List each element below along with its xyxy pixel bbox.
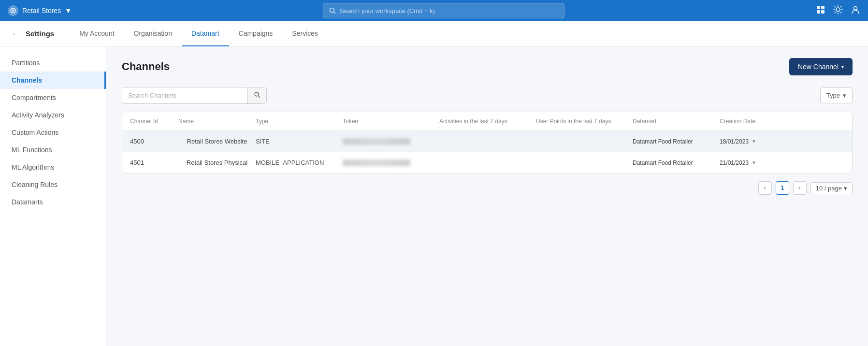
svg-line-3 (334, 12, 336, 14)
sidebar-item-channels[interactable]: Channels (0, 72, 106, 89)
tab-campaigns[interactable]: Campaigns (229, 21, 283, 46)
row2-token-blurred (343, 159, 410, 166)
table-row[interactable]: 4501 Retail Stores Physical MOBILE_APPLI… (122, 152, 852, 173)
global-search[interactable] (323, 3, 564, 18)
col-name: Name (178, 118, 256, 125)
row2-token (343, 159, 439, 166)
tab-organisation[interactable]: Organisation (124, 21, 182, 46)
sidebar-item-cleaning-rules[interactable]: Cleaning Rules (0, 176, 106, 193)
row2-name: Retail Stores Physical (178, 159, 256, 166)
user-icon[interactable] (851, 5, 860, 17)
app-dropdown-arrow[interactable]: ▼ (65, 7, 72, 14)
app-brand[interactable]: Retail Stores ▼ (8, 5, 72, 16)
type-filter-dropdown[interactable]: Type ▾ (820, 87, 853, 103)
svg-point-9 (255, 92, 259, 96)
sidebar-item-ml-algorithms[interactable]: ML Algorithms (0, 159, 106, 176)
sidebar-item-compartments[interactable]: Compartments (0, 89, 106, 106)
channel-search-input[interactable] (122, 88, 247, 103)
grid-view-icon[interactable] (816, 5, 825, 17)
channel-search-bar[interactable] (122, 87, 267, 104)
sidebar-item-activity-analyzers[interactable]: Activity Analyzers (0, 106, 106, 124)
sidebar: Partitions Channels Compartments Activit… (0, 46, 106, 346)
row1-type: SITE (256, 138, 343, 145)
row1-creation-date[interactable]: 18/01/2023 ▼ (720, 138, 778, 145)
sidebar-item-datamarts[interactable]: Datamarts (0, 193, 106, 211)
main-layout: Partitions Channels Compartments Activit… (0, 46, 868, 346)
sidebar-item-ml-functions[interactable]: ML Functions (0, 141, 106, 159)
row1-name: Retail Stores Website (178, 138, 256, 145)
channel-search-button[interactable] (247, 87, 266, 103)
row2-channel-id: 4501 (130, 159, 178, 166)
pagination: ‹ 1 › 10 / page ▾ (122, 181, 853, 195)
row2-type: MOBILE_APPLICATION (256, 159, 343, 166)
row2-activities: - (439, 159, 536, 166)
search-input[interactable] (340, 7, 558, 14)
settings-label: Settings (26, 29, 54, 38)
table-row[interactable]: 4500 Retail Stores Website SITE - - Data… (122, 131, 852, 152)
col-activities: Activities in the last 7 days (439, 118, 536, 125)
row2-creation-date[interactable]: 21/01/2023 ▼ (720, 159, 778, 166)
search-icon (329, 7, 336, 14)
tab-datamart[interactable]: Datamart (182, 21, 229, 46)
row1-datamart: Datamart Food Retailer (633, 138, 720, 145)
row1-channel-id: 4500 (130, 138, 178, 145)
page-size-selector[interactable]: 10 / page ▾ (810, 182, 853, 194)
sidebar-item-partitions[interactable]: Partitions (0, 54, 106, 72)
row1-token (343, 138, 439, 145)
col-channel-id: Channel Id (130, 118, 178, 125)
sidebar-item-custom-actions[interactable]: Custom Actions (0, 124, 106, 141)
row1-user-points: - (536, 138, 633, 145)
page-size-arrow: ▾ (844, 185, 847, 192)
new-channel-button[interactable]: New Channel ▾ (789, 58, 853, 75)
row2-user-points: - (536, 159, 633, 166)
page-header: Channels New Channel ▾ (122, 58, 853, 75)
filter-row: Type ▾ (122, 87, 853, 104)
row2-datamart: Datamart Food Retailer (633, 159, 720, 166)
tab-my-account[interactable]: My Account (70, 21, 124, 46)
type-filter-arrow: ▾ (843, 92, 846, 99)
prev-page-button[interactable]: ‹ (758, 181, 772, 195)
topbar: Retail Stores ▼ (0, 0, 868, 21)
topbar-actions (816, 5, 860, 17)
content-area: Channels New Channel ▾ Type ▾ (106, 46, 868, 346)
nav-tabs: My Account Organisation Datamart Campaig… (70, 21, 328, 46)
col-user-points: User Points in the last 7 days (536, 118, 633, 125)
row1-token-blurred (343, 138, 410, 145)
svg-point-8 (854, 6, 857, 10)
search-icon (254, 91, 260, 98)
col-creation-date: Creation Date (720, 118, 778, 125)
row1-activities: - (439, 138, 536, 145)
svg-rect-4 (817, 6, 820, 9)
next-page-button[interactable]: › (793, 181, 807, 195)
row2-date-dropdown[interactable]: ▼ (752, 160, 756, 165)
search-bar-container (323, 3, 564, 18)
row1-date-dropdown[interactable]: ▼ (752, 139, 756, 144)
svg-line-10 (258, 96, 260, 98)
back-arrow: ← (12, 30, 18, 37)
col-datamart: Datamart (633, 118, 720, 125)
col-type: Type (256, 118, 343, 125)
svg-rect-7 (821, 10, 825, 14)
app-name: Retail Stores (22, 7, 61, 14)
settings-icon[interactable] (833, 5, 843, 17)
back-button[interactable]: ← (12, 30, 18, 37)
svg-rect-6 (817, 10, 820, 14)
svg-point-1 (12, 10, 14, 12)
svg-rect-5 (821, 6, 825, 9)
svg-point-2 (330, 8, 334, 13)
page-1-button[interactable]: 1 (776, 181, 789, 195)
page-title: Channels (122, 60, 170, 73)
new-channel-dropdown-arrow: ▾ (841, 64, 844, 70)
app-icon (8, 5, 18, 16)
table-header: Channel Id Name Type Token Activities in… (122, 112, 852, 131)
channels-table: Channel Id Name Type Token Activities in… (122, 112, 853, 173)
col-token: Token (343, 118, 439, 125)
secondary-nav: ← Settings My Account Organisation Datam… (0, 21, 868, 46)
tab-services[interactable]: Services (282, 21, 328, 46)
